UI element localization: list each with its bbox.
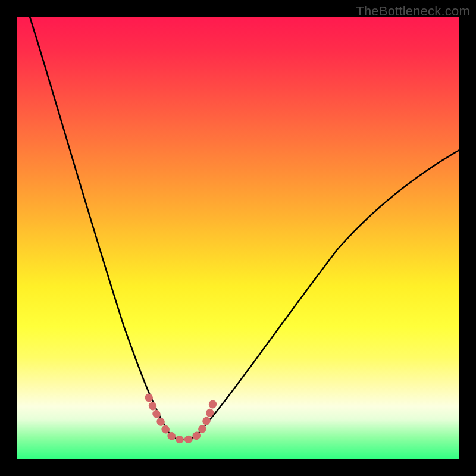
curve-left-branch xyxy=(30,17,171,437)
plot-area xyxy=(17,17,459,459)
curve-layer xyxy=(17,17,459,459)
curve-right-branch xyxy=(195,150,459,437)
chart-frame: TheBottleneck.com xyxy=(0,0,476,476)
watermark-text: TheBottleneck.com xyxy=(356,4,470,19)
trough-highlight xyxy=(149,397,213,440)
